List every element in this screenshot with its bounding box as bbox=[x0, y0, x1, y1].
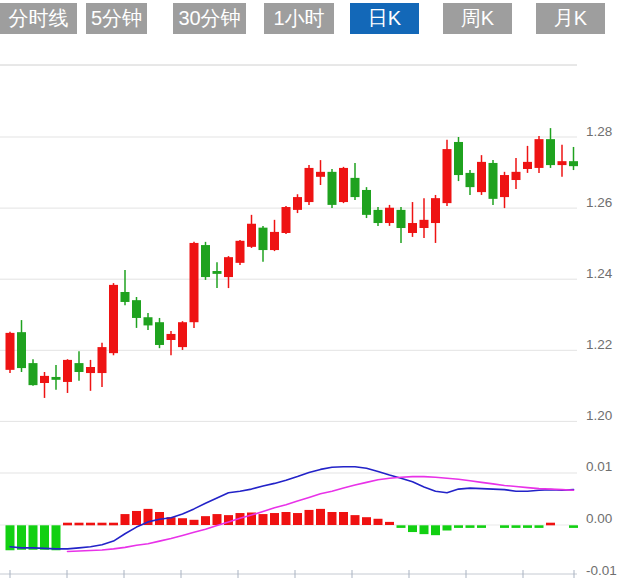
macd-bar bbox=[305, 510, 314, 525]
kline-chart-canvas: 1.281.261.241.221.200.010.00-0.01 bbox=[0, 0, 630, 580]
candle-body bbox=[420, 220, 429, 228]
candle-body bbox=[362, 190, 371, 215]
candle-body bbox=[523, 162, 532, 169]
price-axis-label: 1.26 bbox=[586, 195, 612, 210]
macd-bar bbox=[109, 523, 118, 526]
macd-bar bbox=[454, 525, 463, 528]
macd-bar bbox=[40, 525, 49, 549]
macd-bar bbox=[98, 523, 107, 526]
macd-bar bbox=[362, 517, 371, 525]
candle-body bbox=[535, 139, 544, 168]
candle-body bbox=[259, 228, 268, 250]
macd-bar bbox=[512, 525, 521, 528]
candle-body bbox=[385, 208, 394, 223]
candle-body bbox=[29, 363, 38, 385]
candle-body bbox=[98, 347, 107, 373]
macd-dif-line bbox=[10, 467, 574, 549]
candle-body bbox=[489, 163, 498, 199]
price-axis-label: 1.20 bbox=[586, 408, 612, 423]
candle-body bbox=[63, 360, 72, 382]
candle-body bbox=[190, 243, 199, 322]
candle-body bbox=[132, 300, 141, 318]
candle-body bbox=[443, 149, 452, 203]
macd-bar bbox=[86, 523, 95, 526]
candle-body bbox=[213, 271, 222, 274]
candle-body bbox=[75, 363, 84, 372]
macd-bar bbox=[523, 525, 532, 528]
macd-bar bbox=[339, 512, 348, 525]
price-axis-label: 1.24 bbox=[586, 266, 613, 281]
macd-bar bbox=[121, 514, 130, 525]
candle-body bbox=[339, 168, 348, 202]
candle-body bbox=[144, 317, 153, 325]
macd-bar bbox=[477, 525, 486, 528]
candle-body bbox=[477, 162, 486, 192]
macd-bar bbox=[431, 525, 440, 535]
candle-body bbox=[52, 377, 61, 380]
candle-body bbox=[431, 198, 440, 223]
indicator-axis-label: 0.00 bbox=[586, 511, 612, 526]
macd-bar bbox=[328, 512, 337, 525]
macd-bar bbox=[443, 525, 452, 530]
macd-bar bbox=[75, 523, 84, 526]
candle-body bbox=[374, 210, 383, 223]
indicator-axis-label: -0.01 bbox=[586, 563, 617, 578]
indicator-axis-label: 0.01 bbox=[586, 459, 612, 474]
macd-bar bbox=[351, 515, 360, 525]
candle-body bbox=[328, 172, 337, 205]
macd-bar bbox=[132, 511, 141, 525]
candle-body bbox=[155, 322, 164, 345]
macd-bar bbox=[374, 519, 383, 525]
candle-body bbox=[121, 292, 130, 302]
macd-bar bbox=[397, 525, 406, 528]
candle-body bbox=[293, 197, 302, 210]
macd-bar bbox=[466, 525, 475, 528]
macd-bar bbox=[201, 516, 210, 525]
candle-body bbox=[466, 173, 475, 187]
macd-bar bbox=[500, 525, 509, 528]
macd-bar bbox=[52, 525, 61, 550]
macd-bar bbox=[535, 525, 544, 528]
candle-body bbox=[247, 224, 256, 247]
candle-body bbox=[558, 161, 567, 165]
macd-bar bbox=[546, 523, 555, 526]
candle-body bbox=[546, 139, 555, 165]
macd-bar bbox=[63, 523, 72, 526]
candle-body bbox=[6, 333, 15, 370]
macd-bar bbox=[408, 525, 417, 532]
candle-body bbox=[109, 285, 118, 353]
candle-body bbox=[40, 376, 49, 383]
price-axis-label: 1.28 bbox=[586, 124, 612, 139]
candle-body bbox=[178, 322, 187, 347]
macd-bar bbox=[17, 525, 26, 549]
candle-body bbox=[408, 223, 417, 233]
macd-bar bbox=[282, 512, 291, 525]
macd-bar bbox=[385, 522, 394, 525]
candle-body bbox=[351, 178, 360, 197]
candle-body bbox=[86, 367, 95, 373]
candle-body bbox=[167, 334, 176, 340]
macd-bar bbox=[259, 514, 268, 525]
candle-body bbox=[512, 172, 521, 180]
candle-body bbox=[236, 241, 245, 263]
macd-bar bbox=[178, 518, 187, 525]
candle-body bbox=[17, 332, 26, 368]
macd-bar bbox=[420, 525, 429, 534]
candle-body bbox=[569, 161, 578, 166]
macd-bar bbox=[29, 525, 38, 549]
candle-body bbox=[500, 175, 509, 197]
candle-body bbox=[397, 210, 406, 228]
macd-bar bbox=[213, 514, 222, 525]
candle-body bbox=[305, 168, 314, 202]
macd-bar bbox=[293, 513, 302, 525]
macd-bar bbox=[569, 525, 578, 528]
price-axis-label: 1.22 bbox=[586, 337, 612, 352]
candle-body bbox=[224, 257, 233, 277]
macd-bar bbox=[270, 513, 279, 525]
kline-widget: 分时线5分钟30分钟1小时日K周K月K 1.281.261.241.221.20… bbox=[0, 0, 630, 580]
candle-body bbox=[282, 207, 291, 233]
macd-bar bbox=[316, 509, 325, 525]
candle-body bbox=[316, 172, 325, 177]
candle-body bbox=[454, 142, 463, 175]
candle-body bbox=[201, 245, 210, 277]
